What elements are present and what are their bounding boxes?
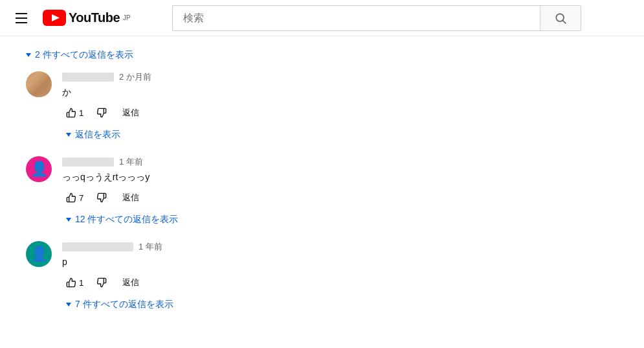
dislike-button-3[interactable] [93,275,111,290]
show-replies-label-2: 12 件すべての返信を表示 [75,214,178,226]
comment-header-2: 1 年前 [62,156,557,168]
search-form [172,5,581,31]
youtube-logo-icon [43,10,66,26]
youtube-logo[interactable]: YouTubeJP [43,10,131,26]
like-count-1: 1 [79,108,83,118]
comment-text-3: p [62,255,557,269]
comment-body-3: 1 年前 p 1 返信 [62,241,557,313]
like-button-3[interactable]: 1 [62,275,87,290]
avatar-3: 👤 [26,241,52,267]
like-count-2: 7 [79,193,83,203]
youtube-logo-text: YouTube [69,10,120,25]
svg-point-2 [556,14,564,21]
avatar-2: 👤 [26,156,52,182]
comment-body-1: 2 か月前 か 1 返信 [62,71,557,143]
header: YouTubeJP [0,0,644,36]
like-button-2[interactable]: 7 [62,190,87,205]
chevron-down-icon-3 [66,303,71,307]
youtube-logo-suffix: JP [123,14,131,21]
comment-header-1: 2 か月前 [62,71,557,83]
chevron-down-icon [26,53,31,57]
search-input[interactable] [172,5,540,31]
svg-line-3 [563,20,566,23]
comment-text-1: か [62,86,557,99]
comment-time-1: 2 か月前 [119,71,151,83]
thumbs-up-icon [66,108,76,118]
chevron-down-icon-1 [66,133,71,137]
thumbs-down-icon-3 [96,277,107,288]
search-area [141,5,612,31]
comment-actions-2: 7 返信 [62,189,557,206]
dislike-button-2[interactable] [93,190,111,205]
comment-thread-2: 👤 1 年前 っっqっうえrtっっっy 7 [26,156,557,228]
show-all-replies-top-label: 2 件すべての返信を表示 [35,49,133,61]
comment-actions-3: 1 返信 [62,274,557,291]
show-all-replies-top[interactable]: 2 件すべての返信を表示 [26,49,557,61]
chevron-down-icon-2 [66,218,71,222]
comment-actions-1: 1 返信 [62,104,557,121]
comment-thread-1: 2 か月前 か 1 返信 [26,71,557,143]
comment-header-3: 1 年前 [62,241,557,253]
thumbs-down-icon [96,108,107,118]
menu-button[interactable] [10,8,32,29]
like-count-3: 1 [79,278,83,288]
comment-time-3: 1 年前 [139,241,162,253]
username-1 [62,73,114,82]
main-content: 2 件すべての返信を表示 2 か月前 か 1 [0,36,583,339]
show-replies-label-3: 7 件すべての返信を表示 [75,299,173,310]
reply-button-1[interactable]: 返信 [118,104,143,121]
person-icon-2: 👤 [30,161,48,178]
show-replies-button-1[interactable]: 返信を表示 [62,126,124,143]
comment-body-2: 1 年前 っっqっうえrtっっっy 7 [62,156,557,228]
reply-button-3[interactable]: 返信 [118,274,143,291]
username-2 [62,157,114,167]
search-icon [554,12,567,25]
reply-label-3: 返信 [122,277,139,288]
like-button-1[interactable]: 1 [62,105,87,121]
username-3 [62,242,133,251]
avatar-1 [26,71,52,97]
comment-thread-3: 👤 1 年前 p 1 [26,241,557,313]
reply-label-1: 返信 [122,107,139,119]
person-icon-3: 👤 [30,246,48,262]
show-replies-label-1: 返信を表示 [75,129,120,141]
thumbs-up-icon-2 [66,192,76,203]
comment-time-2: 1 年前 [119,156,143,168]
thumbs-up-icon-3 [66,277,76,288]
search-button[interactable] [540,5,581,31]
header-left: YouTubeJP [10,8,131,29]
comment-text-2: っっqっうえrtっっっy [62,170,557,184]
thumbs-down-icon-2 [96,192,107,203]
show-replies-button-2[interactable]: 12 件すべての返信を表示 [62,211,182,228]
show-replies-button-3[interactable]: 7 件すべての返信を表示 [62,296,177,313]
reply-label-2: 返信 [122,192,139,203]
avatar-image-1 [26,71,52,97]
reply-button-2[interactable]: 返信 [118,189,143,206]
dislike-button-1[interactable] [93,105,111,121]
